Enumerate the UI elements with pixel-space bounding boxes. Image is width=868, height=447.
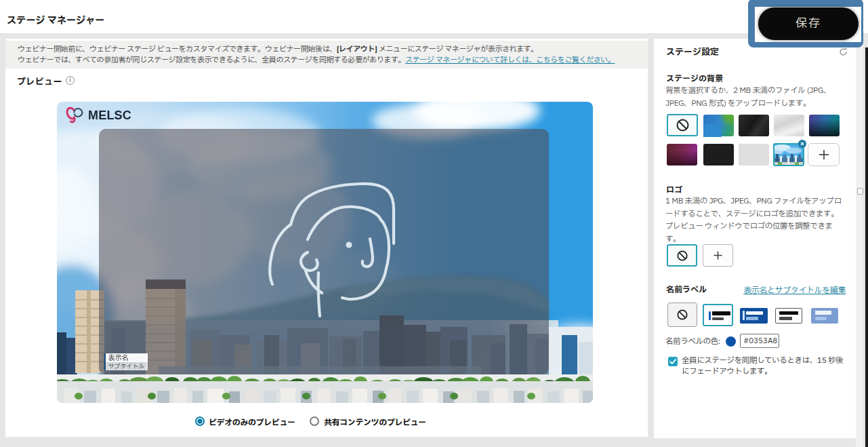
svg-text:MELSC: MELSC: [88, 109, 131, 122]
svg-text:サブタイトル: サブタイトル: [108, 362, 145, 371]
